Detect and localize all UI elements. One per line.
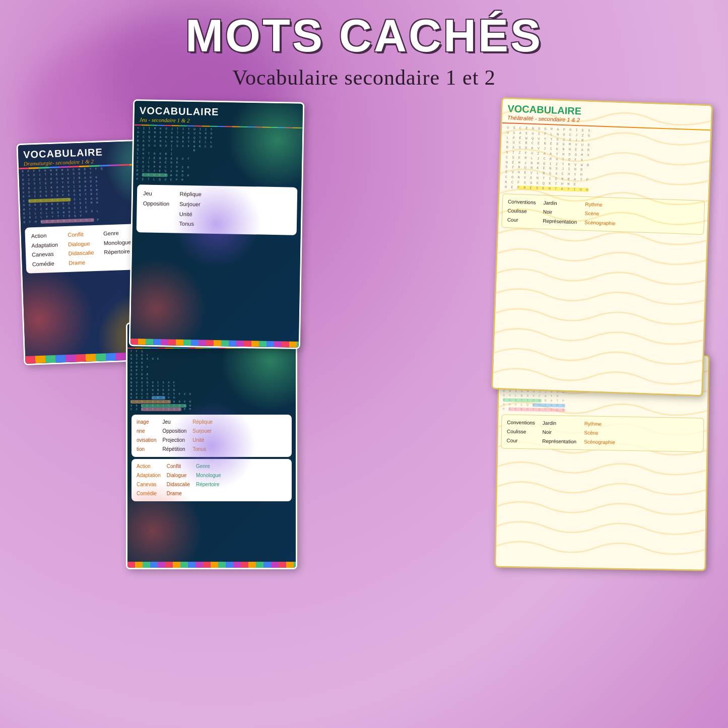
t-word-coulisse: Coulisse (507, 207, 536, 217)
wb-conflit: Conflit (167, 462, 190, 471)
word-action: Action (31, 231, 58, 241)
w-ovisation: ovisation (137, 436, 156, 445)
w-replique2: Réplique (192, 418, 212, 427)
wb-action: Action (137, 462, 161, 471)
jeu-col2: Réplique Surjouer Unité Tonus (179, 189, 202, 230)
word-surjouer: Surjouer (179, 200, 202, 210)
wb-canevas: Canevas (137, 480, 161, 489)
vr-jardin: Jardin (543, 419, 577, 428)
t-word-rythme: Rythme (585, 200, 616, 210)
jeu-stripe-top (134, 124, 302, 128)
jeu-stripe-bottom (130, 339, 299, 348)
card-theatralite: VOCABULAIRE Théâtralité - secondaire 1 &… (491, 97, 713, 396)
t-word-noir: Noir (543, 208, 577, 218)
w-unite2: Unité (192, 436, 212, 445)
vr-coulisse: Coulisse (507, 427, 535, 437)
theatralite-wordcols: Conventions Coulisse Cour Jardin Noir Re… (507, 197, 699, 231)
main-title: MOTS CACHÉS (185, 10, 543, 62)
w-tion: tion (137, 445, 156, 454)
subtitle: Vocabulaire secondaire 1 et 2 (232, 65, 496, 90)
jeu2-col3: Réplique Surjouer Unité Tonus (192, 418, 212, 454)
word-tonus: Tonus (179, 219, 201, 230)
word-conflit: Conflit (68, 229, 93, 239)
jeu2-wordcolumns: inage nne ovisation tion Jeu Opposition … (137, 418, 287, 454)
jeu-col1: Jeu Opposition (143, 189, 170, 229)
t-word-cour: Cour (507, 216, 535, 226)
word-canevas: Canevas (32, 249, 58, 260)
w-tonus2: Tonus (192, 445, 212, 454)
word-comedie: Comédie (32, 259, 58, 270)
card-jeu: VOCABULAiRE Jeu - secondaire 1 & 2 Y I I… (129, 99, 304, 349)
jeu2b-col3: Genre Monologue Répertoire (196, 462, 221, 498)
jeu-subtitle: Jeu - secondaire 1 & 2 (139, 116, 297, 125)
wb-dialogue: Dialogue (167, 471, 190, 480)
vr-col1: Conventions Coulisse Cour (507, 418, 536, 446)
t-col3: Rythme Scène Scènographie (584, 200, 617, 228)
card-jeu-inner: VOCABULAiRE Jeu - secondaire 1 & 2 Y I I… (130, 101, 303, 348)
jeu2-col1: inage nne ovisation tion (137, 418, 156, 454)
w-inage: inage (137, 418, 156, 427)
word-drame: Drame (69, 257, 94, 268)
t-word-scene: Scène (584, 209, 616, 219)
wb-repertoire: Répertoire (196, 480, 221, 489)
w-repetition: Répétition (162, 445, 186, 454)
t-col1: Conventions Coulisse Cour (507, 197, 536, 226)
vr-col3: Rythme Scène Scènographie (584, 419, 616, 447)
card-jeu2: VOCABULAiRE secondaire 1 & 2 Y F Q G Q D… (126, 322, 297, 569)
jeu2-wordbox2: Action Adaptation Canevas Comédie Confli… (131, 459, 292, 501)
jeu-wordcolumns: Jeu Opposition Réplique Surjouer Unité T… (143, 189, 291, 231)
word-opposition: Opposition (143, 198, 170, 209)
wb-comedie: Comédie (137, 489, 161, 498)
t-word-representation: Représentation (543, 217, 577, 227)
dramaturgie-col2: Conflit Dialogue Didascalie Drame (68, 229, 94, 268)
w-opposition2: Opposition (162, 427, 186, 436)
word-monologue: Monologue (103, 237, 131, 248)
word-replique: Réplique (179, 189, 202, 200)
wb-adaptation: Adaptation (137, 471, 161, 480)
dramaturgie-col1: Action Adaptation Canevas Comédie (31, 231, 59, 270)
jeu2-col2: Jeu Opposition Projection Répétition (162, 418, 186, 454)
w-surjouer2: Surjouer (192, 427, 212, 436)
vocab-right-wordcols: Conventions Coulisse Cour Jardin Noir Re… (507, 418, 699, 449)
theatralite-inner: VOCABULAIRE Théâtralité - secondaire 1 &… (493, 99, 711, 395)
vr-rythme: Rythme (584, 419, 616, 429)
jeu2b-col2: Conflit Dialogue Didascalie Drame (167, 462, 190, 498)
vr-col2: Jardin Noir Représentation (542, 419, 577, 446)
cards-area: VOCABULAiRE Dramaturgie- secondaire 1 & … (20, 101, 708, 708)
word-unite: Unité (179, 209, 202, 220)
dramaturgie-col3: Genre Monologue Répertoire (103, 228, 132, 267)
theatralite-grid: U S C É N O G R A P H I E X U X A E U I … (500, 123, 710, 199)
vr-noir: Noir (542, 428, 576, 437)
wb-didascalie: Didascalie (167, 480, 190, 489)
theatralite-wordbox: Conventions Coulisse Cour Jardin Noir Re… (501, 193, 705, 235)
vr-conventions: Conventions (507, 418, 535, 428)
vr-cour: Cour (507, 436, 535, 446)
t-word-conventions: Conventions (508, 197, 536, 208)
vr-representation: Représentation (542, 437, 576, 446)
word-didascalie: Didascalie (68, 248, 94, 258)
wb-monologue: Monologue (196, 471, 221, 480)
w-nne: nne (137, 427, 156, 436)
wb-genre: Genre (196, 462, 221, 471)
w-jeu2: Jeu (162, 418, 186, 427)
jeu2-wordbox: inage nne ovisation tion Jeu Opposition … (131, 415, 292, 457)
t-word-scenographie: Scènographie (584, 218, 616, 228)
t-word-jardin: Jardin (543, 198, 577, 209)
word-adaptation: Adaptation (31, 240, 58, 250)
w-projection: Projection (162, 436, 186, 445)
word-jeu: Jeu (143, 189, 170, 200)
jeu-wordbox: Jeu Opposition Réplique Surjouer Unité T… (137, 184, 298, 235)
jeu2b-col1: Action Adaptation Canevas Comédie (137, 462, 161, 498)
word-repertoire: Répertoire (104, 247, 131, 257)
vr-scene: Scène (584, 428, 615, 438)
jeu-header: VOCABULAiRE Jeu - secondaire 1 & 2 (134, 101, 303, 127)
jeu-grid: Y I I M K O J T I T W I I T H B M M E F … (133, 125, 302, 185)
word-genre: Genre (103, 228, 131, 239)
jeu2-grid: Y F Q G Q D Y N J B A H K A H K D M D A … (127, 349, 296, 413)
wb-drame: Drame (167, 489, 190, 498)
vocab-right-wordbox: Conventions Coulisse Cour Jardin Noir Re… (501, 415, 704, 452)
jeu2-stripe-bottom (127, 562, 296, 568)
jeu-title: VOCABULAiRE (140, 105, 298, 119)
vr-scenographie: Scènographie (584, 437, 615, 447)
t-col2: Jardin Noir Représentation (543, 198, 578, 227)
